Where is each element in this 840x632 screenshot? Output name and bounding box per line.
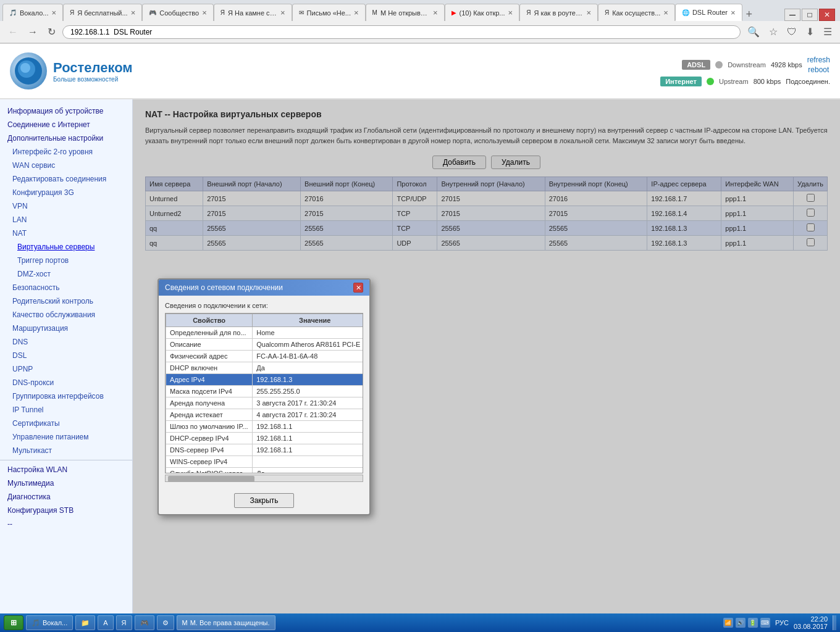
taskbar-item-yandex[interactable]: Я	[116, 615, 132, 630]
modal-table-row[interactable]: Маска подсети IPv4 255.255.255.0	[166, 386, 364, 397]
bookmark-btn[interactable]: ☆	[766, 25, 781, 39]
sidebar-item-device-info[interactable]: Информация об устройстве	[0, 104, 132, 118]
sidebar-item-vpn[interactable]: VPN	[0, 199, 132, 213]
sidebar-item-3g[interactable]: Конфигурация 3G	[0, 186, 132, 199]
modal-table-row[interactable]: WINS-сервер IPv4	[166, 456, 364, 468]
taskbar-item-audio[interactable]: 🎵 Вокал...	[26, 615, 73, 630]
reload-button[interactable]: ↻	[44, 25, 59, 39]
modal-table-row[interactable]: DNS-сервер IPv4 192.168.1.1	[166, 444, 364, 456]
tab-close-2[interactable]: ×	[131, 8, 136, 17]
modal-table-row[interactable]: Адрес IPv4 192.168.1.3	[166, 374, 364, 386]
taskbar-item-a[interactable]: A	[98, 615, 113, 630]
sidebar-item-edit-conn[interactable]: Редактировать соединения	[0, 172, 132, 186]
menu-btn[interactable]: ☰	[820, 25, 835, 39]
modal-table-row[interactable]: Описание Qualcomm Atheros AR8161 PCI-E G…	[166, 339, 364, 351]
tab-router-help[interactable]: Я Я как в роутер... ×	[519, 4, 598, 21]
modal-table-row[interactable]: Аренда истекает 4 августа 2017 г. 21:30:…	[166, 409, 364, 421]
sidebar-item-internet[interactable]: Соединение с Интернет	[0, 118, 132, 131]
sidebar-item-multicast[interactable]: Мультикаст	[0, 444, 132, 457]
sidebar-item-dns-proxy[interactable]: DNS-прокси	[0, 376, 132, 389]
sidebar-item-wan[interactable]: WAN сервис	[0, 159, 132, 172]
router-header: Ростелеком Больше возможностей ADSL Down…	[0, 44, 840, 99]
tab-close-10[interactable]: ×	[731, 8, 736, 17]
sidebar-item-diag[interactable]: Диагностика	[0, 490, 132, 504]
sidebar-item-parental[interactable]: Родительский контроль	[0, 294, 132, 308]
taskbar-item-browser[interactable]: М М. Все права защищены.	[177, 615, 275, 630]
sidebar-item-media[interactable]: Мультимедиа	[0, 476, 132, 490]
forward-button[interactable]: →	[25, 25, 41, 39]
sidebar-item-dmz[interactable]: DMZ-хост	[0, 267, 132, 281]
sidebar-item-lan[interactable]: LAN	[0, 213, 132, 227]
tab-close-1[interactable]: ×	[51, 8, 56, 17]
sidebar-item-security[interactable]: Безопасность	[0, 281, 132, 294]
modal-hscrollbar[interactable]	[165, 475, 363, 482]
inet-indicator	[707, 78, 714, 85]
tab-close-8[interactable]: ×	[586, 8, 591, 17]
sidebar-item-upnp[interactable]: UPNP	[0, 362, 132, 376]
sidebar-item-routing[interactable]: Маршрутизация	[0, 322, 132, 335]
tab-yandex[interactable]: Я Я бесплатный... ×	[63, 4, 142, 21]
sidebar-item-misc[interactable]: --	[0, 517, 132, 531]
sidebar-item-port-trigger[interactable]: Триггер портов	[0, 254, 132, 267]
sidebar-item-advanced[interactable]: Дополнительные настройки	[0, 131, 132, 145]
show-desktop-icon[interactable]	[833, 615, 836, 630]
tab-close-5[interactable]: ×	[354, 8, 359, 17]
reboot-link[interactable]: reboot	[808, 65, 829, 74]
new-tab-button[interactable]: +	[742, 8, 757, 21]
sidebar-item-power[interactable]: Управление питанием	[0, 430, 132, 444]
modal-cell-property: WINS-сервер IPv4	[166, 456, 253, 468]
tab-not-open[interactable]: М М Не открывает... ×	[366, 4, 445, 21]
tab-close-6[interactable]: ×	[433, 8, 438, 17]
minimize-button[interactable]: ─	[784, 9, 800, 21]
tab-close-7[interactable]: ×	[508, 8, 513, 17]
sidebar-item-dsl[interactable]: DSL	[0, 349, 132, 362]
sidebar-item-certs[interactable]: Сертификаты	[0, 417, 132, 430]
back-button[interactable]: ←	[5, 25, 21, 39]
modal-table-row[interactable]: Аренда получена 3 августа 2017 г. 21:30:…	[166, 397, 364, 409]
taskbar-item-settings[interactable]: ⚙	[157, 615, 174, 630]
taskbar-left: ⊞ 🎵 Вокал... 📁 A Я 🎮 ⚙ М М. Все права за…	[4, 615, 275, 630]
close-window-button[interactable]: ✕	[819, 9, 835, 21]
modal-cell-value: 192.168.1.1	[253, 433, 363, 444]
tab-community[interactable]: 🎮 Сообщество ×	[142, 4, 214, 21]
tab-vokalo[interactable]: 🎵 Вокало... ×	[2, 4, 63, 21]
modal-close-footer-button[interactable]: Закрыть	[234, 493, 293, 508]
shield-btn[interactable]: 🛡	[784, 25, 800, 39]
sidebar-item-dns[interactable]: DNS	[0, 335, 132, 349]
search-icon-btn[interactable]: 🔍	[744, 25, 763, 39]
tab-kak[interactable]: Я Как осуществ... ×	[598, 4, 675, 21]
taskbar-item-explorer[interactable]: 📁	[75, 615, 95, 630]
tab-close-3[interactable]: ×	[202, 8, 207, 17]
maximize-button[interactable]: □	[802, 9, 818, 21]
sidebar-item-wlan[interactable]: Настройка WLAN	[0, 463, 132, 476]
sidebar-item-iface-group[interactable]: Группировка интерфейсов	[0, 389, 132, 403]
modal-table-row[interactable]: Служба NetBIOS через... Да	[166, 468, 364, 474]
sidebar-item-virtual-servers[interactable]: Виртуальные серверы	[0, 240, 132, 254]
modal-cell-value: 255.255.255.0	[253, 386, 363, 397]
taskbar-clock[interactable]: 22:20 03.08.2017	[794, 615, 828, 630]
tab-letter[interactable]: ✉ Письмо «Не... ×	[292, 4, 366, 21]
modal-table-row[interactable]: Шлюз по умолчанию IP... 192.168.1.1	[166, 421, 364, 433]
taskbar-item-steam[interactable]: 🎮	[135, 615, 154, 630]
address-bar[interactable]	[62, 25, 741, 39]
modal-close-x-button[interactable]: ✕	[353, 283, 363, 293]
modal-table-row[interactable]: Определенный для по... Home	[166, 327, 364, 339]
tab-dsl-router[interactable]: 🌐 DSL Router ×	[675, 4, 742, 21]
sidebar-item-ip-tunnel[interactable]: IP Tunnel	[0, 403, 132, 417]
modal-table-row[interactable]: DHCP включен Да	[166, 362, 364, 374]
tab-close-9[interactable]: ×	[663, 8, 668, 17]
taskbar: ⊞ 🎵 Вокал... 📁 A Я 🎮 ⚙ М М. Все права за…	[0, 613, 840, 632]
tab-close-4[interactable]: ×	[280, 8, 285, 17]
modal-table-row[interactable]: DHCP-сервер IPv4 192.168.1.1	[166, 433, 364, 444]
modal-scroll-container[interactable]: Свойство Значение Определенный для по...…	[165, 313, 363, 473]
sidebar-item-layer2[interactable]: Интерфейс 2-го уровня	[0, 145, 132, 159]
tab-na-kamne[interactable]: Я Я На камне сер... ×	[214, 4, 292, 21]
refresh-link[interactable]: refresh	[807, 56, 830, 64]
download-btn[interactable]: ⬇	[803, 25, 817, 39]
modal-table-row[interactable]: Физический адрес FC-AA-14-B1-6A-48	[166, 351, 364, 362]
sidebar-item-qos[interactable]: Качество обслуживания	[0, 308, 132, 322]
sidebar-item-nat[interactable]: NAT	[0, 227, 132, 240]
tab-youtube[interactable]: ▶ (10) Как откр... ×	[445, 4, 520, 21]
start-button[interactable]: ⊞	[4, 615, 23, 630]
sidebar-item-stb[interactable]: Конфигурация STB	[0, 504, 132, 517]
